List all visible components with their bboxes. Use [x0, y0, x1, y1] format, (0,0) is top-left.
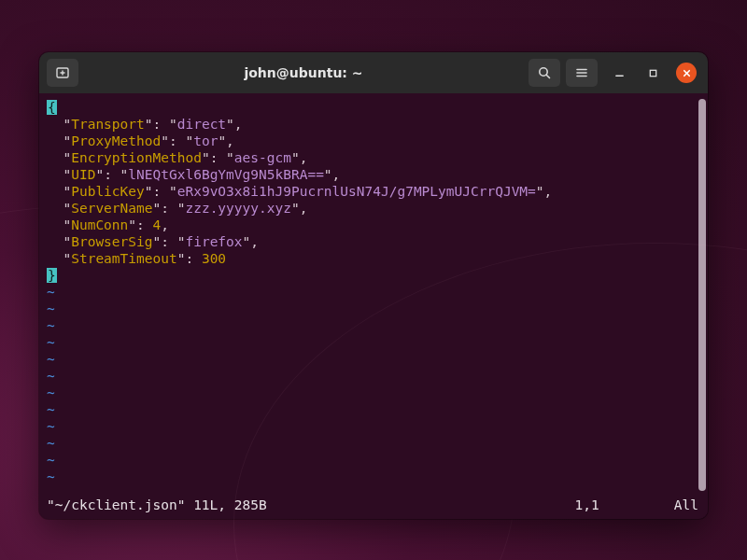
status-cursor-pos: 1,1: [575, 497, 599, 513]
new-tab-icon: [55, 65, 70, 80]
json-open-brace: {: [47, 99, 698, 116]
json-entry-5: "ServerName": "zzz.yyyyy.xyz",: [47, 200, 698, 217]
vim-tilde: ~: [47, 452, 698, 469]
maximize-button[interactable]: [642, 63, 663, 83]
svg-rect-7: [650, 70, 655, 76]
minimize-icon: [614, 68, 625, 78]
terminal-window: john@ubuntu: ~: [39, 52, 708, 519]
close-icon: [682, 68, 692, 78]
new-tab-button[interactable]: [47, 59, 78, 87]
minimize-button[interactable]: [609, 63, 629, 83]
window-controls: [609, 63, 697, 83]
scrollbar[interactable]: [698, 99, 706, 491]
maximize-icon: [648, 68, 658, 78]
json-entry-7: "BrowserSig": "firefox",: [47, 233, 698, 250]
search-button[interactable]: [529, 59, 560, 87]
vim-tilde: ~: [47, 351, 698, 368]
vim-tilde: ~: [47, 469, 698, 485]
window-title: john@ubuntu: ~: [84, 65, 523, 80]
editor-content: { "Transport": "direct", "ProxyMethod": …: [47, 99, 698, 485]
close-button[interactable]: [676, 63, 697, 83]
vim-tilde: ~: [47, 301, 698, 317]
search-icon: [537, 65, 552, 80]
terminal-body[interactable]: { "Transport": "direct", "ProxyMethod": …: [39, 93, 708, 519]
vim-tilde: ~: [47, 334, 698, 351]
svg-line-2: [546, 75, 549, 77]
json-entry-1: "ProxyMethod": "tor",: [47, 133, 698, 149]
vim-tilde: ~: [47, 368, 698, 385]
status-file-info: "~/ckclient.json" 11L, 285B: [47, 497, 267, 513]
json-entry-4: "PublicKey": "eRx9vO3x8i1hJ9PucrnlUsN74J…: [47, 183, 698, 200]
vim-tilde: ~: [47, 418, 698, 435]
json-entry-2: "EncryptionMethod": "aes-gcm",: [47, 149, 698, 166]
vim-tilde: ~: [47, 435, 698, 452]
hamburger-icon: [574, 65, 589, 80]
vim-statusbar: "~/ckclient.json" 11L, 285B 1,1 All: [47, 497, 698, 513]
vim-tilde: ~: [47, 385, 698, 401]
status-percent: All: [674, 497, 698, 513]
vim-tilde: ~: [47, 284, 698, 301]
json-close-brace: }: [47, 267, 698, 284]
json-entry-8: "StreamTimeout": 300: [47, 250, 698, 267]
vim-tilde: ~: [47, 317, 698, 334]
json-entry-3: "UID": "lNEQtGxl6BgYmVg9N5kBRA==",: [47, 166, 698, 183]
menu-button[interactable]: [566, 59, 598, 87]
vim-tilde: ~: [47, 401, 698, 418]
json-entry-0: "Transport": "direct",: [47, 116, 698, 133]
json-entry-6: "NumConn": 4,: [47, 217, 698, 233]
titlebar: john@ubuntu: ~: [39, 52, 708, 93]
